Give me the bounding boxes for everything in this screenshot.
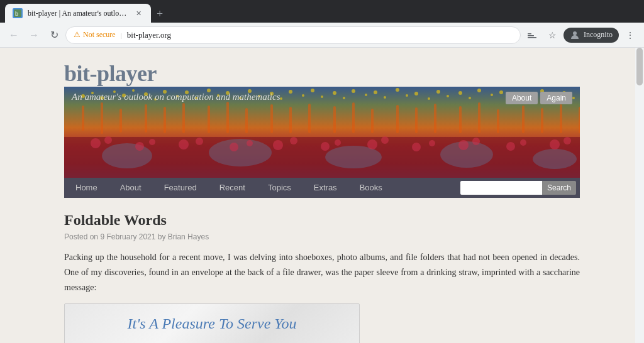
header-subtitle: An amateur's outlook on computation and … (72, 92, 280, 102)
svg-point-86 (533, 149, 577, 169)
svg-rect-61 (182, 103, 185, 133)
header-about-button[interactable]: About (506, 92, 538, 104)
incognito-label: Incognito (584, 30, 613, 40)
svg-rect-71 (396, 105, 399, 133)
svg-point-99 (367, 139, 377, 150)
svg-point-30 (321, 95, 323, 98)
svg-point-43 (458, 91, 462, 95)
nav-recent[interactable]: Recent (208, 178, 257, 198)
header-again-button[interactable]: Again (540, 92, 572, 104)
svg-point-27 (289, 90, 292, 94)
address-bar[interactable]: ⚠ Not secure | bit-player.org (65, 26, 521, 44)
bookmark-button[interactable]: ☆ (543, 26, 561, 44)
svg-point-91 (179, 139, 189, 150)
svg-point-37 (396, 88, 399, 92)
back-button[interactable]: ← (5, 26, 23, 44)
svg-point-40 (428, 97, 430, 100)
svg-point-44 (469, 97, 471, 99)
security-warning: ⚠ Not secure (74, 30, 116, 40)
svg-rect-60 (164, 107, 166, 133)
straw-sleeve-image: It's A Pleasure To Serve You (64, 303, 360, 343)
cast-button[interactable] (523, 26, 541, 44)
nav-about[interactable]: About (109, 178, 153, 198)
svg-point-104 (472, 138, 480, 145)
svg-rect-2 (528, 37, 536, 38)
svg-rect-66 (289, 107, 292, 133)
scrollbar-track[interactable] (635, 48, 644, 343)
svg-point-87 (91, 138, 101, 148)
tab-close-button[interactable]: ✕ (133, 8, 143, 18)
svg-rect-57 (101, 102, 103, 134)
nav-extras[interactable]: Extras (303, 178, 348, 198)
svg-point-42 (447, 95, 449, 97)
svg-point-100 (381, 136, 389, 144)
forward-button[interactable]: → (25, 26, 43, 44)
svg-point-105 (506, 142, 515, 151)
svg-point-97 (321, 142, 330, 151)
nav-home[interactable]: Home (64, 178, 109, 198)
svg-point-83 (209, 139, 272, 166)
svg-point-107 (550, 139, 560, 150)
svg-point-106 (520, 139, 526, 146)
svg-rect-62 (208, 106, 210, 133)
svg-point-28 (302, 94, 304, 97)
address-text: bit-player.org (127, 30, 171, 40)
menu-button[interactable]: ⋮ (621, 26, 639, 44)
tab-favicon: b (13, 8, 23, 18)
svg-rect-63 (226, 102, 229, 133)
svg-point-45 (477, 89, 481, 92)
svg-rect-75 (478, 102, 480, 133)
active-tab[interactable]: b bit-player | An amateur's outloo... ✕ (5, 4, 151, 23)
nav-search-input[interactable] (460, 181, 542, 195)
svg-point-96 (290, 137, 297, 144)
svg-point-95 (273, 140, 283, 150)
post-body: Packing up the household for a recent mo… (64, 250, 580, 343)
svg-rect-77 (522, 106, 525, 133)
security-text: Not secure (83, 30, 116, 40)
svg-point-54 (572, 97, 575, 99)
svg-point-102 (429, 140, 435, 146)
svg-point-38 (406, 94, 408, 97)
svg-rect-74 (459, 106, 462, 133)
svg-point-33 (352, 89, 355, 93)
svg-rect-3 (528, 35, 534, 36)
nav-books[interactable]: Books (348, 178, 394, 198)
post-paragraph-1: Packing up the household for a recent mo… (64, 250, 580, 295)
svg-point-32 (343, 97, 345, 99)
svg-point-39 (414, 92, 418, 95)
svg-rect-78 (541, 108, 543, 133)
straw-sleeve-text: It's A Pleasure To Serve You (128, 311, 297, 337)
page-content: bit-player (0, 48, 644, 343)
incognito-badge: Incognito (564, 28, 619, 43)
toolbar-right: ☆ Incognito ⋮ (523, 26, 639, 44)
svg-point-29 (311, 89, 314, 92)
svg-point-31 (333, 91, 336, 95)
svg-point-89 (135, 142, 144, 151)
new-tab-button[interactable]: + (151, 5, 169, 23)
svg-rect-72 (415, 107, 418, 133)
svg-rect-79 (560, 104, 562, 133)
svg-point-103 (458, 140, 469, 150)
svg-point-35 (374, 90, 377, 94)
svg-point-90 (149, 139, 155, 145)
svg-rect-73 (434, 104, 436, 133)
svg-rect-69 (352, 102, 355, 133)
svg-point-108 (564, 137, 571, 144)
nav-search-button[interactable]: Search (542, 181, 576, 195)
scrollbar-thumb[interactable] (636, 48, 643, 85)
svg-rect-64 (245, 108, 248, 133)
svg-text:b: b (15, 11, 18, 17)
svg-point-94 (247, 140, 253, 146)
post-meta: Posted on 9 February 2021 by Brian Hayes (64, 232, 580, 241)
nav-search-wrap: Search (460, 181, 580, 195)
svg-rect-56 (82, 106, 84, 131)
refresh-button[interactable]: ↻ (45, 26, 63, 44)
svg-rect-68 (333, 106, 336, 133)
nav-bar: ← → ↻ ⚠ Not secure | bit-player.org ☆ In… (0, 23, 644, 48)
svg-point-98 (335, 139, 341, 146)
svg-rect-65 (270, 104, 273, 133)
nav-featured[interactable]: Featured (153, 178, 208, 198)
nav-topics[interactable]: Topics (257, 178, 303, 198)
svg-rect-59 (145, 104, 147, 133)
svg-point-93 (230, 143, 238, 151)
